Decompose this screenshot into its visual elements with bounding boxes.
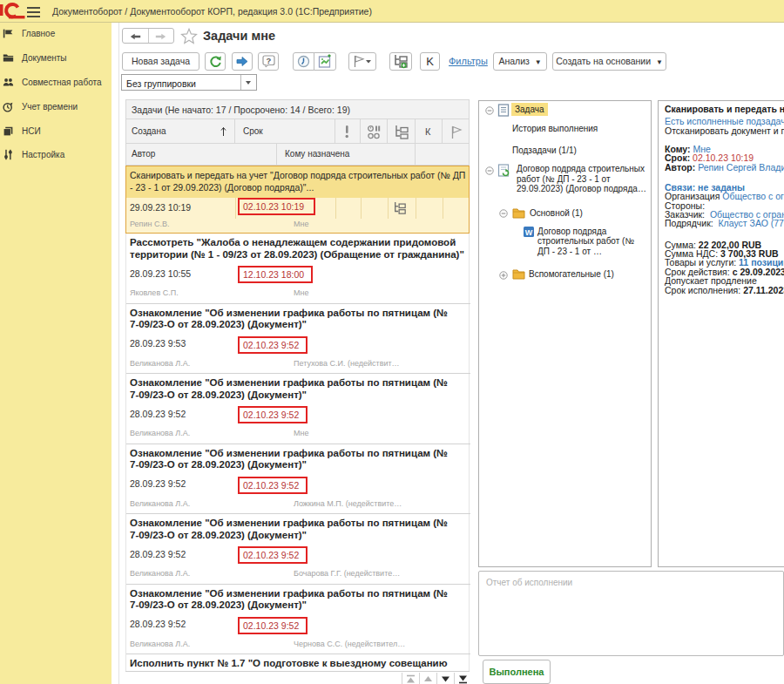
svg-text:?: ? [267, 56, 272, 65]
svg-text:W: W [525, 228, 533, 237]
